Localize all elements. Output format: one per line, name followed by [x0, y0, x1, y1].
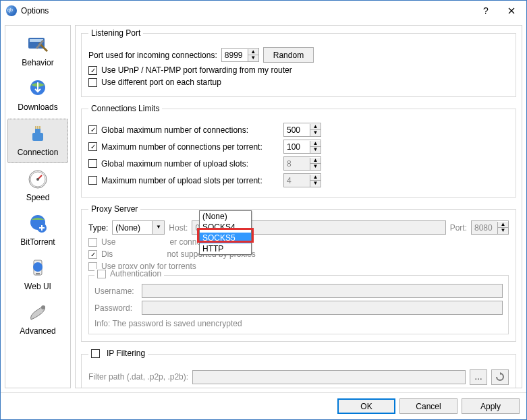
close-icon — [508, 7, 515, 14]
dropdown-option-none[interactable]: (None) — [200, 211, 251, 222]
window-title: Options — [21, 6, 476, 16]
sidebar-item-webui[interactable]: Web UI — [7, 253, 68, 297]
advanced-icon — [27, 302, 49, 324]
connections-limits-group: Connections Limits Global maximum number… — [81, 104, 516, 198]
max-conn-per-torrent-spinner[interactable]: ▲▼ — [283, 140, 321, 154]
apply-button[interactable]: Apply — [462, 398, 520, 414]
webui-icon — [27, 258, 49, 279]
dialog-body: Behavior Downloads Connection Speed BitT… — [1, 21, 526, 392]
proxy-server-legend: Proxy Server — [88, 204, 140, 214]
connections-limits-legend: Connections Limits — [88, 104, 162, 113]
upnp-checkbox[interactable]: Use UPnP / NAT-PMP port forwarding from … — [88, 65, 292, 75]
reload-button[interactable] — [491, 369, 509, 385]
max-conn-per-torrent-checkbox[interactable]: Maximum number of connections per torren… — [88, 142, 279, 152]
proxy-username-label: Username: — [94, 287, 138, 296]
app-icon — [6, 5, 17, 16]
reload-icon — [495, 372, 505, 382]
svg-point-7 — [36, 178, 39, 181]
dropdown-option-http[interactable]: HTTP — [200, 243, 251, 254]
ok-button[interactable]: OK — [337, 398, 395, 414]
sidebar-item-behavior[interactable]: Behavior — [7, 30, 68, 73]
max-upload-per-torrent-spinner: ▲▼ — [283, 173, 321, 187]
port-spinner[interactable]: ▲▼ — [221, 48, 259, 62]
downloads-icon — [27, 78, 49, 100]
proxy-server-group: Proxy Server Type: ▼ Host: Port: ▲▼ UseX… — [81, 204, 516, 342]
ip-filtering-group: IP Filtering Filter path (.dat, .p2p, .p… — [81, 349, 516, 388]
max-upload-per-torrent-checkbox[interactable]: Maximum number of upload slots per torre… — [88, 176, 279, 185]
speed-icon — [27, 169, 49, 190]
global-max-upload-spinner: ▲▼ — [283, 156, 321, 171]
proxy-password-input — [142, 301, 503, 315]
global-max-conn-checkbox[interactable]: Global maximum number of connections: — [88, 125, 279, 135]
proxy-auth-checkbox: Authentication — [94, 269, 164, 278]
svg-point-11 — [33, 262, 43, 272]
svg-rect-4 — [35, 129, 40, 133]
sidebar-label: BitTorrent — [20, 237, 55, 247]
help-button[interactable]: ? — [476, 5, 496, 16]
sidebar-label: Advanced — [20, 326, 55, 336]
bittorrent-icon — [27, 213, 49, 235]
global-max-conn-spinner[interactable]: ▲▼ — [283, 123, 321, 137]
chevron-down-icon[interactable]: ▼ — [152, 221, 164, 234]
dropdown-option-socks4[interactable]: SOCKS4 — [200, 222, 251, 233]
filter-path-label: Filter path (.dat, .p2p, .p2b): — [88, 372, 188, 382]
spin-down-icon[interactable]: ▼ — [248, 55, 258, 61]
proxy-password-info: Info: The password is saved unencrypted — [94, 319, 503, 328]
port-label: Port used for incoming connections: — [88, 51, 217, 60]
sidebar-label: Speed — [26, 193, 50, 202]
svg-rect-3 — [32, 133, 43, 141]
proxy-host-label: Host: — [169, 223, 188, 233]
sidebar-label: Downloads — [18, 102, 57, 112]
proxy-password-label: Password: — [94, 303, 138, 313]
sidebar-item-connection[interactable]: Connection — [7, 119, 68, 163]
titlebar: Options ? — [1, 1, 526, 21]
browse-button[interactable]: … — [470, 369, 487, 385]
different-port-checkbox[interactable]: Use different port on each startup — [88, 78, 221, 87]
cancel-button[interactable]: Cancel — [399, 398, 457, 414]
proxy-type-label: Type: — [88, 223, 108, 233]
sidebar-item-downloads[interactable]: Downloads — [7, 74, 68, 117]
ip-filtering-checkbox[interactable]: IP Filtering — [91, 349, 145, 358]
dropdown-option-socks5[interactable]: SOCKS5 — [200, 233, 251, 243]
sidebar: Behavior Downloads Connection Speed BitT… — [5, 25, 71, 388]
proxy-port-label: Port: — [450, 223, 467, 233]
filter-path-input — [192, 370, 466, 384]
dialog-footer: OK Cancel Apply — [1, 392, 526, 419]
listening-port-group: Listening Port Port used for incoming co… — [81, 28, 516, 97]
options-window: Options ? Behavior Downloads Connection … — [0, 0, 527, 420]
listening-port-legend: Listening Port — [88, 28, 143, 38]
svg-rect-12 — [36, 273, 40, 274]
proxy-port-spinner: ▲▼ — [471, 220, 509, 235]
ellipsis-icon: … — [474, 372, 482, 382]
svg-point-13 — [41, 305, 45, 309]
sidebar-label: Connection — [18, 148, 59, 157]
content-pane: Listening Port Port used for incoming co… — [75, 25, 522, 388]
port-input[interactable] — [222, 49, 248, 61]
proxy-username-input — [142, 284, 503, 298]
sidebar-label: Web UI — [24, 282, 51, 291]
proxy-auth-group: Authentication Username: Password: Info:… — [88, 275, 509, 334]
sidebar-item-bittorrent[interactable]: BitTorrent — [7, 209, 68, 252]
connection-icon — [27, 123, 49, 145]
proxy-type-dropdown[interactable]: (None) SOCKS4 SOCKS5 HTTP — [199, 210, 252, 255]
close-button[interactable] — [496, 1, 526, 21]
proxy-type-combo[interactable]: ▼ — [112, 220, 165, 235]
global-max-upload-checkbox[interactable]: Global maximum number of upload slots: — [88, 159, 279, 169]
behavior-icon — [27, 34, 49, 55]
random-port-button[interactable]: Random — [263, 47, 314, 63]
sidebar-label: Behavior — [22, 58, 53, 67]
sidebar-item-advanced[interactable]: Advanced — [7, 298, 68, 341]
sidebar-item-speed[interactable]: Speed — [7, 164, 68, 208]
